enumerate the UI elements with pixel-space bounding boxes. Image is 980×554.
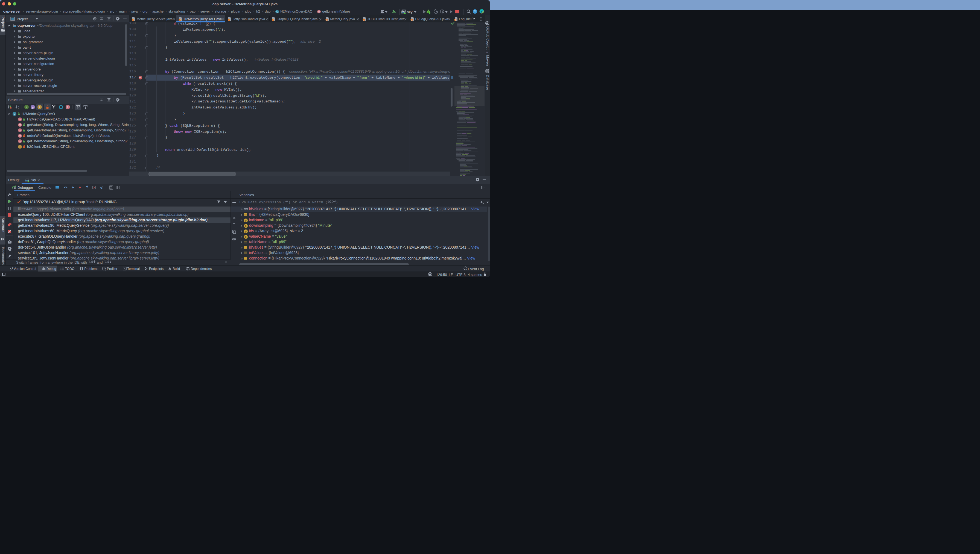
svg-text:J: J — [411, 19, 412, 21]
svg-text:p: p — [245, 219, 246, 222]
svg-text:m: m — [19, 118, 21, 121]
svg-text:C: C — [276, 10, 278, 13]
svg-text:J: J — [272, 19, 273, 21]
svg-text:m: m — [318, 10, 320, 13]
svg-text:m: m — [19, 129, 21, 132]
svg-text:m: m — [19, 124, 21, 126]
svg-text:p: p — [245, 224, 246, 227]
svg-text:a: a — [18, 105, 19, 107]
svg-text:λ: λ — [67, 106, 69, 108]
svg-text:p: p — [32, 106, 34, 108]
svg-text:m: m — [19, 134, 21, 137]
svg-text:p: p — [245, 236, 246, 238]
svg-text:J: J — [180, 19, 181, 21]
svg-text:z: z — [18, 107, 19, 109]
svg-text:J: J — [455, 19, 456, 21]
svg-text:p: p — [245, 230, 246, 233]
svg-text:J: J — [363, 19, 364, 21]
svg-text:J: J — [326, 19, 327, 21]
svg-text:C: C — [14, 113, 15, 115]
svg-text:J: J — [132, 19, 133, 21]
svg-text:I: I — [26, 106, 27, 108]
svg-text:J: J — [228, 19, 230, 21]
svg-text:m: m — [19, 140, 21, 143]
